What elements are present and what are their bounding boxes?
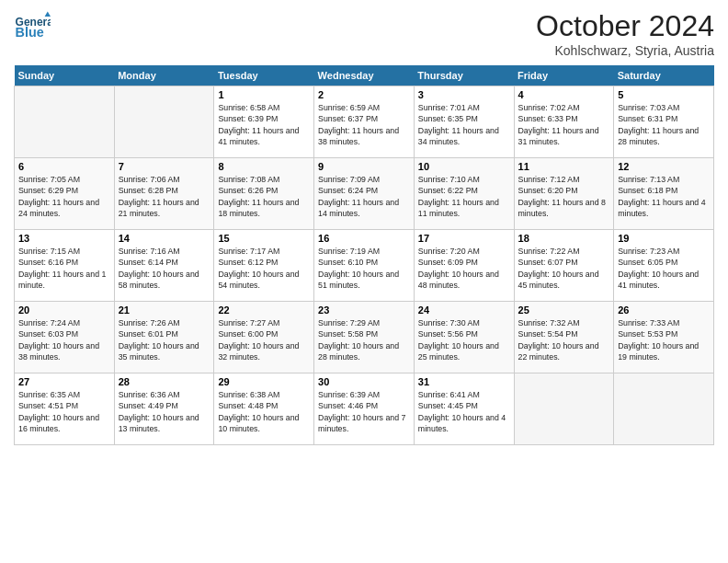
logo-icon: General Blue <box>14 9 51 46</box>
day-info: Sunrise: 6:39 AMSunset: 4:46 PMDaylight:… <box>318 389 410 434</box>
calendar-cell: 7Sunrise: 7:06 AMSunset: 6:28 PMDaylight… <box>114 158 214 230</box>
calendar-cell: 6Sunrise: 7:05 AMSunset: 6:29 PMDaylight… <box>15 158 115 230</box>
calendar-table: Sunday Monday Tuesday Wednesday Thursday… <box>14 65 714 445</box>
logo: General Blue <box>14 9 52 46</box>
calendar-cell: 23Sunrise: 7:29 AMSunset: 5:58 PMDayligh… <box>314 302 415 373</box>
svg-marker-2 <box>45 11 51 17</box>
day-number: 15 <box>218 233 310 244</box>
day-number: 14 <box>119 233 210 244</box>
day-number: 2 <box>318 89 410 100</box>
calendar-week-row: 6Sunrise: 7:05 AMSunset: 6:29 PMDaylight… <box>15 158 714 230</box>
page: General Blue October 2024 Kohlschwarz, S… <box>0 0 728 563</box>
col-wednesday: Wednesday <box>314 65 415 86</box>
day-info: Sunrise: 7:01 AMSunset: 6:35 PMDaylight:… <box>418 102 510 147</box>
day-info: Sunrise: 7:12 AMSunset: 6:20 PMDaylight:… <box>518 174 610 219</box>
calendar-cell: 1Sunrise: 6:58 AMSunset: 6:39 PMDaylight… <box>214 86 314 158</box>
calendar-cell: 28Sunrise: 6:36 AMSunset: 4:49 PMDayligh… <box>114 373 214 445</box>
calendar-cell: 25Sunrise: 7:32 AMSunset: 5:54 PMDayligh… <box>514 302 614 373</box>
day-number: 3 <box>418 89 510 100</box>
day-info: Sunrise: 7:29 AMSunset: 5:58 PMDaylight:… <box>318 317 410 362</box>
calendar-cell: 26Sunrise: 7:33 AMSunset: 5:53 PMDayligh… <box>614 302 714 373</box>
header: General Blue October 2024 Kohlschwarz, S… <box>14 9 714 58</box>
day-info: Sunrise: 7:33 AMSunset: 5:53 PMDaylight:… <box>618 317 710 362</box>
day-number: 23 <box>318 304 410 316</box>
location: Kohlschwarz, Styria, Austria <box>536 43 714 58</box>
day-info: Sunrise: 7:13 AMSunset: 6:18 PMDaylight:… <box>618 174 710 219</box>
day-number: 16 <box>318 233 410 244</box>
day-info: Sunrise: 7:08 AMSunset: 6:26 PMDaylight:… <box>218 174 310 219</box>
calendar-cell: 18Sunrise: 7:22 AMSunset: 6:07 PMDayligh… <box>514 230 614 302</box>
day-info: Sunrise: 7:10 AMSunset: 6:22 PMDaylight:… <box>418 174 510 219</box>
day-number: 4 <box>518 89 610 100</box>
day-info: Sunrise: 7:32 AMSunset: 5:54 PMDaylight:… <box>518 317 610 362</box>
calendar-cell: 4Sunrise: 7:02 AMSunset: 6:33 PMDaylight… <box>514 86 614 158</box>
day-info: Sunrise: 6:58 AMSunset: 6:39 PMDaylight:… <box>218 102 310 147</box>
day-info: Sunrise: 7:05 AMSunset: 6:29 PMDaylight:… <box>18 174 110 219</box>
day-info: Sunrise: 7:20 AMSunset: 6:09 PMDaylight:… <box>418 246 510 291</box>
calendar-week-row: 13Sunrise: 7:15 AMSunset: 6:16 PMDayligh… <box>15 230 714 302</box>
calendar-cell: 13Sunrise: 7:15 AMSunset: 6:16 PMDayligh… <box>15 230 115 302</box>
day-number: 18 <box>518 233 610 244</box>
day-info: Sunrise: 7:06 AMSunset: 6:28 PMDaylight:… <box>119 174 210 219</box>
title-area: October 2024 Kohlschwarz, Styria, Austri… <box>536 9 714 58</box>
calendar-cell: 11Sunrise: 7:12 AMSunset: 6:20 PMDayligh… <box>514 158 614 230</box>
day-number: 28 <box>119 376 210 387</box>
day-number: 10 <box>418 161 510 172</box>
day-number: 1 <box>218 89 310 100</box>
day-info: Sunrise: 7:16 AMSunset: 6:14 PMDaylight:… <box>119 246 210 291</box>
day-number: 30 <box>318 376 410 387</box>
day-number: 26 <box>618 304 710 316</box>
calendar-cell: 16Sunrise: 7:19 AMSunset: 6:10 PMDayligh… <box>314 230 415 302</box>
day-number: 19 <box>618 233 710 244</box>
day-number: 31 <box>418 376 510 387</box>
calendar-cell: 12Sunrise: 7:13 AMSunset: 6:18 PMDayligh… <box>614 158 714 230</box>
day-info: Sunrise: 7:03 AMSunset: 6:31 PMDaylight:… <box>618 102 710 147</box>
calendar-cell: 27Sunrise: 6:35 AMSunset: 4:51 PMDayligh… <box>15 373 115 445</box>
day-number: 7 <box>119 161 210 172</box>
calendar-cell: 24Sunrise: 7:30 AMSunset: 5:56 PMDayligh… <box>414 302 514 373</box>
calendar-cell: 3Sunrise: 7:01 AMSunset: 6:35 PMDaylight… <box>414 86 514 158</box>
calendar-cell: 21Sunrise: 7:26 AMSunset: 6:01 PMDayligh… <box>114 302 214 373</box>
day-number: 11 <box>518 161 610 172</box>
day-info: Sunrise: 7:09 AMSunset: 6:24 PMDaylight:… <box>318 174 410 219</box>
day-number: 27 <box>18 376 110 387</box>
calendar-cell: 17Sunrise: 7:20 AMSunset: 6:09 PMDayligh… <box>414 230 514 302</box>
col-thursday: Thursday <box>414 65 514 86</box>
day-info: Sunrise: 7:24 AMSunset: 6:03 PMDaylight:… <box>18 317 110 362</box>
col-monday: Monday <box>114 65 214 86</box>
day-info: Sunrise: 7:22 AMSunset: 6:07 PMDaylight:… <box>518 246 610 291</box>
day-info: Sunrise: 7:17 AMSunset: 6:12 PMDaylight:… <box>218 246 310 291</box>
calendar-cell <box>15 86 115 158</box>
day-info: Sunrise: 7:27 AMSunset: 6:00 PMDaylight:… <box>218 317 310 362</box>
day-number: 24 <box>418 304 510 316</box>
calendar-cell: 19Sunrise: 7:23 AMSunset: 6:05 PMDayligh… <box>614 230 714 302</box>
day-info: Sunrise: 7:02 AMSunset: 6:33 PMDaylight:… <box>518 102 610 147</box>
calendar-cell: 20Sunrise: 7:24 AMSunset: 6:03 PMDayligh… <box>15 302 115 373</box>
calendar-cell: 31Sunrise: 6:41 AMSunset: 4:45 PMDayligh… <box>414 373 514 445</box>
day-info: Sunrise: 6:59 AMSunset: 6:37 PMDaylight:… <box>318 102 410 147</box>
calendar-week-row: 27Sunrise: 6:35 AMSunset: 4:51 PMDayligh… <box>15 373 714 445</box>
day-info: Sunrise: 7:26 AMSunset: 6:01 PMDaylight:… <box>119 317 210 362</box>
day-number: 20 <box>18 304 110 316</box>
day-number: 9 <box>318 161 410 172</box>
calendar-cell: 9Sunrise: 7:09 AMSunset: 6:24 PMDaylight… <box>314 158 415 230</box>
day-info: Sunrise: 7:30 AMSunset: 5:56 PMDaylight:… <box>418 317 510 362</box>
calendar-cell: 5Sunrise: 7:03 AMSunset: 6:31 PMDaylight… <box>614 86 714 158</box>
day-info: Sunrise: 6:35 AMSunset: 4:51 PMDaylight:… <box>18 389 110 434</box>
svg-text:Blue: Blue <box>16 25 44 40</box>
day-number: 17 <box>418 233 510 244</box>
month-title: October 2024 <box>536 9 714 43</box>
day-number: 5 <box>618 89 710 100</box>
day-number: 13 <box>18 233 110 244</box>
day-number: 21 <box>119 304 210 316</box>
day-number: 22 <box>218 304 310 316</box>
calendar-cell: 22Sunrise: 7:27 AMSunset: 6:00 PMDayligh… <box>214 302 314 373</box>
day-info: Sunrise: 7:23 AMSunset: 6:05 PMDaylight:… <box>618 246 710 291</box>
day-info: Sunrise: 7:19 AMSunset: 6:10 PMDaylight:… <box>318 246 410 291</box>
calendar-cell <box>114 86 214 158</box>
day-info: Sunrise: 7:15 AMSunset: 6:16 PMDaylight:… <box>18 246 110 291</box>
calendar-cell: 15Sunrise: 7:17 AMSunset: 6:12 PMDayligh… <box>214 230 314 302</box>
calendar-week-row: 1Sunrise: 6:58 AMSunset: 6:39 PMDaylight… <box>15 86 714 158</box>
calendar-body: 1Sunrise: 6:58 AMSunset: 6:39 PMDaylight… <box>15 86 714 445</box>
calendar-cell: 14Sunrise: 7:16 AMSunset: 6:14 PMDayligh… <box>114 230 214 302</box>
